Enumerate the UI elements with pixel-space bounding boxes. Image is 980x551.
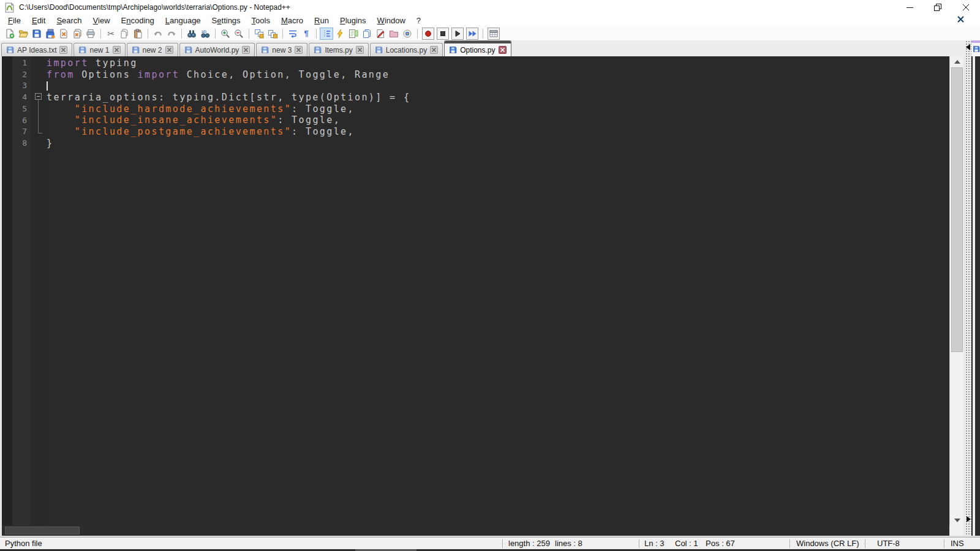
print-button[interactable] xyxy=(84,28,97,40)
edit-marker-button[interactable] xyxy=(374,28,387,40)
menu-edit[interactable]: Edit xyxy=(26,15,51,26)
find-icon xyxy=(187,29,197,39)
menu-settings[interactable]: Settings xyxy=(206,15,246,26)
tab-options-py[interactable]: Options.py xyxy=(444,40,511,56)
menu-file[interactable]: File xyxy=(2,15,26,26)
file-monitor-button[interactable] xyxy=(401,28,414,40)
edit-marker-icon xyxy=(375,29,385,39)
tab-close-icon[interactable] xyxy=(242,46,250,54)
title-bar: C:\Users\Dood\Documents\tmp\Archipelago\… xyxy=(0,0,980,15)
menu-plugins[interactable]: Plugins xyxy=(334,15,372,26)
code-line-4: terraria_options: typing.Dict[str, type(… xyxy=(45,92,949,103)
status-separator xyxy=(790,539,790,548)
close-all-button[interactable] xyxy=(70,28,84,40)
project-panel-button[interactable] xyxy=(387,28,401,40)
sync-horizontal-scrolling-button[interactable] xyxy=(266,28,279,40)
indent-guide-button[interactable] xyxy=(320,28,333,40)
close-file-button[interactable] xyxy=(57,28,70,40)
menu-macro[interactable]: Macro xyxy=(276,15,309,26)
zoom-out-button[interactable] xyxy=(232,28,246,40)
new-file-button[interactable] xyxy=(3,28,17,40)
menu-tools[interactable]: Tools xyxy=(246,15,276,26)
word-wrap-button[interactable] xyxy=(286,28,300,40)
menu-search[interactable]: Search xyxy=(51,15,87,26)
undo-button[interactable] xyxy=(151,28,165,40)
menu-help[interactable]: ? xyxy=(411,15,426,26)
save-file-button[interactable] xyxy=(30,28,43,40)
zoom-out-icon xyxy=(234,29,244,39)
menu-window[interactable]: Window xyxy=(372,15,411,26)
toolbar-separator xyxy=(100,29,101,39)
stop-macro-button[interactable] xyxy=(437,28,449,40)
horizontal-scrollbar[interactable] xyxy=(2,525,949,536)
status-doc-type: Python file xyxy=(5,539,42,548)
splitter-arrow-icon[interactable] xyxy=(967,516,971,522)
editor-area[interactable]: 12345678 import typingfrom Options impor… xyxy=(0,56,980,537)
open-file-button[interactable] xyxy=(17,28,30,40)
record-macro-button[interactable] xyxy=(422,28,434,40)
view-splitter[interactable] xyxy=(965,40,971,536)
restore-button[interactable] xyxy=(924,0,952,15)
tab-ap-ideas-txt[interactable]: AP Ideas.txt xyxy=(1,43,72,56)
toolbar-separator xyxy=(483,29,483,39)
menu-view[interactable]: View xyxy=(88,15,116,26)
tab-close-icon[interactable] xyxy=(165,46,173,54)
zoom-in-icon xyxy=(221,29,230,39)
horizontal-scroll-thumb[interactable] xyxy=(5,527,80,534)
sync-vertical-scrolling-button[interactable] xyxy=(252,28,266,40)
tab-close-icon[interactable] xyxy=(295,46,303,54)
show-all-characters-button[interactable]: ¶ xyxy=(300,28,313,40)
code-text-area[interactable]: import typingfrom Options import Choice,… xyxy=(45,56,949,525)
tab-scroll-left-icon[interactable] xyxy=(966,44,970,50)
paste-button[interactable] xyxy=(131,28,145,40)
tab-new-1[interactable]: new 1 xyxy=(74,43,125,56)
tab-locations-py[interactable]: Locations.py xyxy=(370,43,443,56)
run-macro-multiple-icon xyxy=(467,29,477,39)
text-cursor xyxy=(47,81,48,91)
record-macro-icon xyxy=(423,29,433,39)
fold-guide-corner xyxy=(38,133,42,133)
toolbar-separator xyxy=(148,29,148,39)
menu-run[interactable]: Run xyxy=(309,15,334,26)
window-controls xyxy=(895,0,980,15)
close-button[interactable] xyxy=(952,0,980,15)
replace-button[interactable]: ab xyxy=(198,28,212,40)
cut-button[interactable]: ✂ xyxy=(104,28,118,40)
vertical-scroll-thumb[interactable] xyxy=(951,67,963,352)
scroll-down-icon[interactable] xyxy=(950,515,964,525)
tab-label: AP Ideas.txt xyxy=(17,46,56,54)
scroll-up-icon[interactable] xyxy=(950,56,964,67)
tab-new-2[interactable]: new 2 xyxy=(127,43,178,56)
document-map-button[interactable] xyxy=(347,28,360,40)
menu-language[interactable]: Language xyxy=(160,15,206,26)
document-switcher-button[interactable] xyxy=(360,28,374,40)
minimize-button[interactable] xyxy=(895,0,924,15)
saved-file-icon xyxy=(314,46,322,54)
tab-close-icon[interactable] xyxy=(356,46,364,54)
notepadpp-logo-icon xyxy=(4,2,15,13)
vertical-scrollbar[interactable] xyxy=(949,56,963,525)
redo-button[interactable] xyxy=(165,28,178,40)
save-macro-icon xyxy=(489,29,499,39)
copy-button[interactable] xyxy=(118,28,131,40)
secondary-view-tab[interactable] xyxy=(971,40,980,56)
run-macro-multiple-button[interactable] xyxy=(466,28,478,40)
tab-new-3[interactable]: new 3 xyxy=(256,43,307,56)
play-macro-button[interactable] xyxy=(451,28,464,40)
fold-collapse-icon[interactable] xyxy=(35,93,42,100)
save-macro-button[interactable] xyxy=(488,28,500,40)
menu-encoding[interactable]: Encoding xyxy=(116,15,160,26)
save-all-button[interactable] xyxy=(43,28,57,40)
tab-close-icon[interactable] xyxy=(499,46,507,54)
zoom-in-button[interactable] xyxy=(219,28,232,40)
save-all-icon xyxy=(45,29,55,39)
tab-close-icon[interactable] xyxy=(430,46,438,54)
menubar-close-doc-icon[interactable] xyxy=(957,15,964,24)
tab-close-icon[interactable] xyxy=(113,46,121,54)
function-list-button[interactable] xyxy=(333,28,347,40)
find-button[interactable] xyxy=(185,28,198,40)
tab-items-py[interactable]: Items.py xyxy=(309,43,368,56)
tab-close-icon[interactable] xyxy=(59,46,67,54)
line-number: 3 xyxy=(12,80,27,92)
tab-autoworld-py[interactable]: AutoWorld.py xyxy=(179,43,255,56)
